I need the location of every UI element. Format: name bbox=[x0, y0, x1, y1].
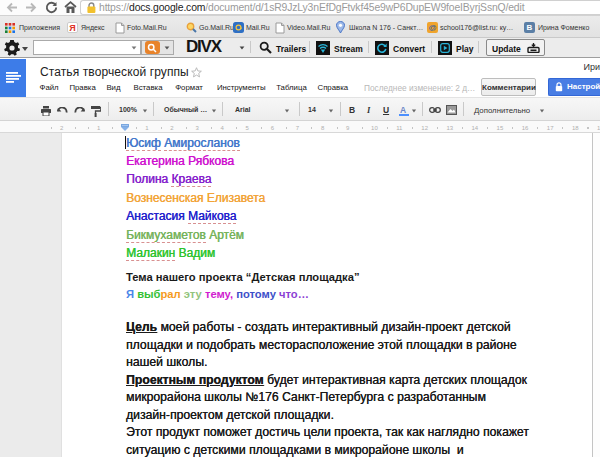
svg-text:@: @ bbox=[428, 23, 436, 32]
